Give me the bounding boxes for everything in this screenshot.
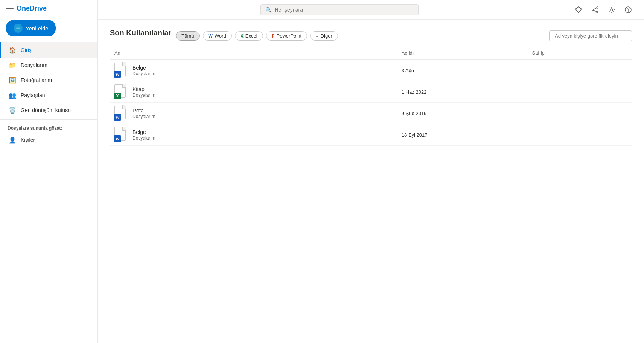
svg-point-6: [597, 11, 598, 13]
svg-line-8: [594, 10, 597, 12]
filter-other[interactable]: ≡ Diğer: [310, 31, 338, 41]
file-name: Rota: [132, 108, 155, 114]
brand-name: OneDrive: [17, 5, 47, 12]
file-name-cell: W BelgeDosyalarım: [110, 124, 397, 146]
table-row[interactable]: W BelgeDosyalarım18 Eyl 2017: [110, 124, 632, 146]
col-header-owner: Sahip: [528, 46, 632, 60]
file-owner: [528, 60, 632, 81]
file-owner: [528, 124, 632, 146]
filter-ppt-label: PowerPoint: [277, 33, 301, 39]
help-icon-button[interactable]: [621, 3, 635, 17]
share-icon-button[interactable]: [588, 3, 602, 17]
settings-icon-button[interactable]: [605, 3, 618, 17]
file-info: KitapDosyalarım: [132, 86, 155, 98]
filter-word[interactable]: W Word: [203, 31, 232, 41]
filter-other-label: Diğer: [321, 33, 332, 39]
filter-bar: Tümü W Word X Excel P PowerPoint: [176, 31, 338, 41]
section-right: [549, 30, 632, 41]
word-file-icon: W: [114, 127, 128, 142]
file-opened-date: 9 Şub 2019: [397, 103, 528, 124]
file-owner: [528, 81, 632, 103]
main-panel: 🔍: [98, 0, 644, 343]
sidebar: OneDrive + Yeni ekle 🏠 Giriş 📁 Dosyaları…: [0, 0, 98, 343]
sidebar-header: OneDrive: [0, 0, 97, 17]
file-name: Kitap: [132, 86, 155, 92]
sidebar-item-photos-label: Fotoğraflarım: [21, 77, 52, 83]
premium-icon-button[interactable]: [572, 3, 585, 17]
file-opened-date: 18 Eyl 2017: [397, 124, 528, 146]
files-table: Ad Açıldı Sahip W BelgeDosyalarım3 Ağu: [110, 46, 632, 146]
svg-point-5: [592, 9, 594, 11]
word-file-icon: W: [114, 63, 128, 78]
file-info: RotaDosyalarım: [132, 108, 155, 119]
table-row[interactable]: W BelgeDosyalarım3 Ağu: [110, 60, 632, 81]
home-icon: 🏠: [9, 46, 16, 54]
search-box[interactable]: 🔍: [260, 4, 419, 15]
sidebar-divider: [0, 119, 97, 120]
plus-circle-icon: +: [14, 24, 23, 33]
svg-point-4: [597, 7, 598, 8]
svg-point-9: [611, 9, 613, 11]
search-input[interactable]: [275, 7, 414, 13]
sidebar-nav: 🏠 Giriş 📁 Dosyalarım 🖼️ Fotoğraflarım 👥 …: [0, 42, 97, 343]
topbar: 🔍: [98, 0, 644, 20]
file-name: Belge: [132, 65, 155, 71]
search-icon: 🔍: [265, 7, 272, 13]
new-add-button[interactable]: + Yeni ekle: [6, 20, 56, 36]
sidebar-item-files-label: Dosyalarım: [21, 62, 47, 68]
word-filter-icon: W: [209, 33, 213, 39]
svg-line-2: [575, 7, 579, 9]
filter-excel[interactable]: X Excel: [235, 31, 263, 41]
photos-icon: 🖼️: [9, 76, 16, 84]
new-button-label: Yeni ekle: [26, 25, 48, 32]
sidebar-item-home[interactable]: 🏠 Giriş: [0, 42, 97, 58]
name-filter-input[interactable]: [549, 30, 632, 41]
file-info: BelgeDosyalarım: [132, 129, 155, 141]
excel-filter-icon: X: [241, 33, 244, 39]
file-location: Dosyalarım: [132, 135, 155, 141]
file-opened-date: 1 Haz 2022: [397, 81, 528, 103]
ppt-filter-icon: P: [272, 33, 275, 39]
section-left: Son Kullanılanlar Tümü W Word X Excel P: [110, 29, 338, 43]
filter-word-label: Word: [215, 33, 226, 39]
file-name-cell: X KitapDosyalarım: [110, 81, 397, 103]
sidebar-item-shared[interactable]: 👥 Paylaşılan: [0, 88, 97, 103]
svg-line-7: [594, 8, 597, 9]
sidebar-item-people-label: Kişiler: [21, 137, 35, 143]
section-header-row: Son Kullanılanlar Tümü W Word X Excel P: [110, 29, 632, 43]
file-owner: [528, 103, 632, 124]
shared-icon: 👥: [9, 91, 16, 99]
svg-point-11: [628, 11, 629, 12]
folder-icon: 📁: [9, 61, 16, 69]
file-opened-date: 3 Ağu: [397, 60, 528, 81]
filter-all[interactable]: Tümü: [176, 31, 199, 41]
filter-powerpoint[interactable]: P PowerPoint: [266, 31, 308, 41]
sidebar-item-recycle[interactable]: 🗑️ Geri dönüşüm kutusu: [0, 103, 97, 118]
filter-all-label: Tümü: [181, 33, 194, 39]
file-name: Belge: [132, 129, 155, 135]
other-filter-icon: ≡: [316, 33, 319, 39]
svg-marker-0: [575, 7, 582, 13]
sidebar-item-photos[interactable]: 🖼️ Fotoğraflarım: [0, 73, 97, 88]
table-row[interactable]: X KitapDosyalarım1 Haz 2022: [110, 81, 632, 103]
recycle-icon: 🗑️: [9, 106, 16, 114]
file-location: Dosyalarım: [132, 93, 155, 98]
sidebar-item-people[interactable]: 👤 Kişiler: [0, 132, 97, 147]
sidebar-item-recycle-label: Geri dönüşüm kutusu: [21, 107, 71, 113]
diamond-icon: [575, 6, 582, 14]
sidebar-section-label: Dosyalara şununla gözat:: [0, 121, 97, 132]
col-header-name: Ad: [110, 46, 397, 60]
people-icon: 👤: [9, 136, 16, 144]
file-name-cell: W BelgeDosyalarım: [110, 60, 397, 81]
hamburger-menu-icon[interactable]: [6, 5, 14, 12]
sidebar-item-files[interactable]: 📁 Dosyalarım: [0, 58, 97, 73]
filter-excel-label: Excel: [245, 33, 257, 39]
content-area: Son Kullanılanlar Tümü W Word X Excel P: [98, 20, 644, 343]
file-location: Dosyalarım: [132, 114, 155, 119]
file-info: BelgeDosyalarım: [132, 65, 155, 76]
table-row[interactable]: W RotaDosyalarım9 Şub 2019: [110, 103, 632, 124]
section-title: Son Kullanılanlar: [110, 29, 171, 37]
svg-line-3: [579, 7, 582, 9]
help-icon: [624, 6, 632, 14]
gear-icon: [608, 6, 615, 14]
